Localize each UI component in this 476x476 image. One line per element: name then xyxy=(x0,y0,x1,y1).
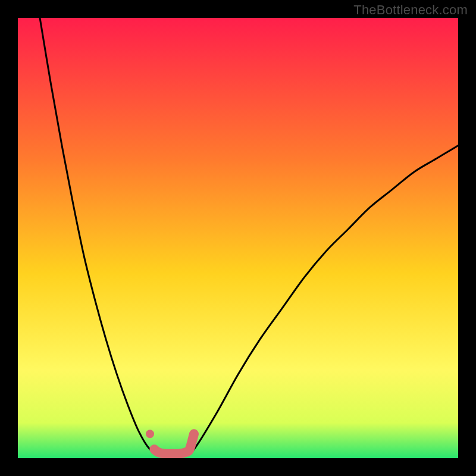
plot-area xyxy=(18,18,458,458)
watermark-text: TheBottleneck.com xyxy=(353,2,468,18)
gradient-background xyxy=(18,18,458,458)
chart-svg xyxy=(18,18,458,458)
marker-dot xyxy=(146,430,154,438)
chart-frame: TheBottleneck.com xyxy=(0,0,476,476)
